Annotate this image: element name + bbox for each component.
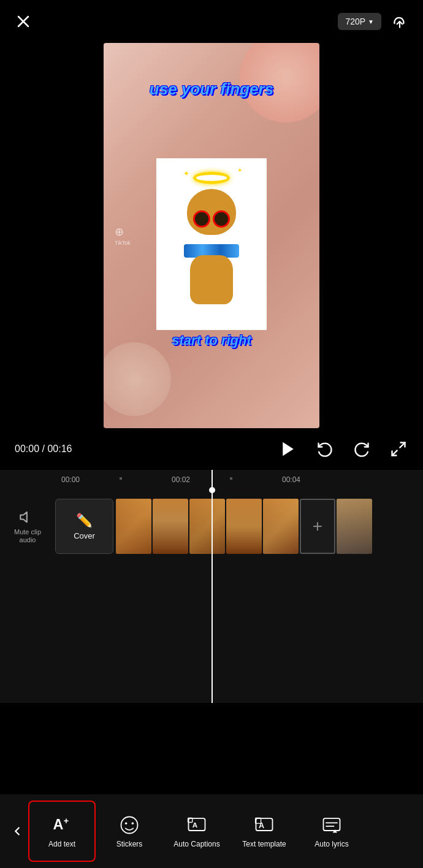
svg-point-9 — [121, 817, 138, 834]
svg-point-11 — [132, 823, 134, 825]
plus-icon: + — [313, 517, 322, 536]
frame-thumb-2[interactable] — [153, 499, 188, 554]
fullscreen-button[interactable] — [389, 439, 408, 459]
tool-add-text[interactable]: A + Add text — [28, 801, 96, 862]
add-clip-button[interactable]: + — [300, 499, 335, 554]
play-button[interactable] — [278, 439, 298, 459]
frame-thumb-5[interactable] — [263, 499, 299, 554]
ruler-mark-2: 00:04 — [282, 475, 300, 484]
svg-line-5 — [392, 450, 397, 455]
text-template-label: Text template — [242, 840, 286, 848]
video-background: use your fingers ✦ ✦ — [104, 43, 319, 428]
auto-lyrics-label: Auto lyrics — [314, 840, 348, 848]
playback-controls — [278, 439, 408, 459]
svg-marker-6 — [20, 512, 27, 522]
chevron-down-icon: ▼ — [368, 18, 374, 25]
cat-glasses — [193, 210, 230, 228]
cat-illustration: ✦ ✦ — [175, 183, 248, 305]
top-bar: 720P ▼ — [0, 0, 423, 43]
sparkle-icon-2: ✦ — [237, 167, 242, 174]
top-right-controls: 720P ▼ — [338, 10, 411, 33]
undo-button[interactable] — [315, 439, 335, 459]
svg-rect-18 — [324, 818, 340, 831]
svg-text:+: + — [64, 816, 69, 826]
quality-button[interactable]: 720P ▼ — [338, 13, 381, 30]
frame-thumb-4[interactable] — [226, 499, 262, 554]
close-button[interactable] — [12, 10, 34, 33]
cover-clip[interactable]: ✏️ Cover — [55, 499, 113, 554]
overlay-text-top: use your fingers — [104, 80, 319, 99]
bg-decoration-2 — [104, 342, 171, 416]
svg-marker-3 — [283, 442, 294, 456]
svg-text:A: A — [192, 821, 198, 829]
cat-image-container: ✦ ✦ — [156, 158, 267, 330]
playhead[interactable] — [212, 470, 213, 703]
bottom-toolbar: A + Add text Stickers A Auto Captions A … — [0, 794, 423, 868]
svg-point-10 — [125, 823, 128, 825]
collapse-button[interactable] — [6, 820, 28, 842]
left-eye — [193, 210, 210, 228]
frame-thumb-3[interactable] — [189, 499, 225, 554]
stickers-label: Stickers — [116, 840, 143, 848]
tool-text-template[interactable]: A Text template — [231, 801, 298, 862]
cat-head — [187, 189, 236, 235]
ruler-mark-0: 00:00 — [61, 475, 80, 484]
tool-stickers[interactable]: Stickers — [96, 801, 163, 862]
overlay-text-bottom: start to right — [104, 332, 319, 348]
pencil-icon: ✏️ — [76, 513, 93, 529]
video-preview: use your fingers ✦ ✦ — [104, 43, 319, 428]
upload-button[interactable] — [389, 10, 411, 33]
ruler-mark-1: 00:02 — [172, 475, 190, 484]
mute-label: Mute clipaudio — [14, 528, 41, 544]
playhead-indicator — [209, 487, 215, 493]
cat-torso — [190, 255, 233, 304]
halo-decoration — [193, 172, 230, 184]
tiktok-watermark: ⊕ TikTok — [115, 225, 131, 246]
svg-text:A: A — [53, 816, 64, 832]
video-frames: + — [116, 499, 372, 554]
tool-auto-lyrics[interactable]: Auto lyrics — [298, 801, 365, 862]
svg-text:A: A — [259, 821, 264, 830]
frame-thumb-1[interactable] — [116, 499, 151, 554]
add-text-label: Add text — [48, 840, 75, 848]
auto-captions-label: Auto Captions — [173, 840, 219, 848]
svg-line-4 — [400, 443, 405, 448]
frame-thumb-6[interactable] — [337, 499, 372, 554]
sparkle-icon: ✦ — [183, 169, 189, 178]
playback-bar: 00:00 / 00:16 — [0, 428, 423, 470]
time-display: 00:00 / 00:16 — [15, 444, 72, 455]
redo-button[interactable] — [352, 439, 372, 459]
mute-clip-button[interactable]: Mute clipaudio — [0, 509, 55, 544]
timeline-area: 00:00 00:02 00:04 Mute clipaudio ✏️ Cove… — [0, 470, 423, 703]
right-eye — [213, 210, 230, 228]
tool-auto-captions[interactable]: A Auto Captions — [163, 801, 231, 862]
